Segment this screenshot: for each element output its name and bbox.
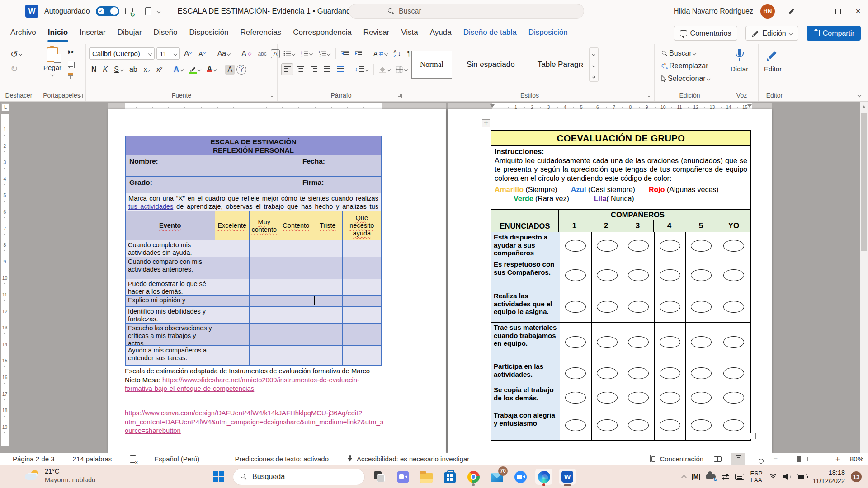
- word-app[interactable]: [558, 467, 576, 487]
- find-button[interactable]: Buscar: [659, 47, 698, 59]
- zoom-percentage[interactable]: 80%: [847, 455, 863, 463]
- rating-oval[interactable]: [691, 336, 712, 348]
- rating-oval[interactable]: [723, 392, 744, 404]
- onedrive-icon[interactable]: [706, 474, 716, 479]
- tab-archivo[interactable]: Archivo: [5, 22, 42, 44]
- vertical-scrollbar[interactable]: [860, 102, 868, 453]
- rating-oval[interactable]: [628, 269, 649, 281]
- rating-cell[interactable]: [655, 232, 686, 259]
- strikethrough-button[interactable]: ab: [127, 63, 140, 75]
- rating-cell[interactable]: [560, 361, 592, 385]
- draw-pen-icon[interactable]: [788, 8, 795, 15]
- wifi-icon[interactable]: [769, 474, 778, 480]
- mark-cell[interactable]: [313, 346, 342, 365]
- styles-more[interactable]: [590, 70, 598, 81]
- mark-cell[interactable]: [215, 324, 249, 345]
- maximize-button[interactable]: [828, 0, 848, 22]
- style-sin-espaciado[interactable]: Sin espaciado: [458, 51, 523, 79]
- rating-cell[interactable]: [623, 410, 655, 440]
- shading-button[interactable]: [377, 63, 392, 75]
- rating-cell[interactable]: [623, 291, 655, 322]
- rating-oval[interactable]: [723, 301, 744, 313]
- rating-oval[interactable]: [691, 367, 712, 379]
- escala-name-date-row[interactable]: Nombre:Fecha:: [126, 155, 381, 176]
- mark-cell[interactable]: [342, 240, 381, 257]
- rating-oval[interactable]: [723, 367, 744, 379]
- tab-insertar[interactable]: Insertar: [74, 22, 112, 44]
- mark-cell[interactable]: [313, 257, 342, 279]
- rating-oval[interactable]: [565, 419, 586, 431]
- rating-cell[interactable]: [623, 259, 655, 291]
- column-header-5[interactable]: Que necesito ayuda: [342, 211, 381, 240]
- underline-button[interactable]: S: [112, 63, 125, 75]
- close-button[interactable]: [848, 0, 868, 22]
- rating-oval[interactable]: [597, 269, 618, 281]
- rating-oval[interactable]: [597, 240, 618, 252]
- rating-oval[interactable]: [565, 392, 586, 404]
- mark-cell[interactable]: [313, 307, 342, 323]
- weather-widget[interactable]: 21°CMayorm. nublado: [25, 467, 95, 484]
- collapse-ribbon-icon[interactable]: [858, 94, 861, 97]
- bold-button[interactable]: N: [89, 63, 99, 75]
- styles-dialog-launcher[interactable]: [648, 94, 651, 98]
- file-explorer-app[interactable]: [417, 467, 435, 487]
- undo-button[interactable]: ↺: [8, 48, 24, 60]
- character-border-button[interactable]: 字: [236, 65, 246, 75]
- teams-app[interactable]: [394, 467, 412, 487]
- comments-button[interactable]: Comentarios: [674, 26, 738, 41]
- rating-cell[interactable]: [717, 259, 750, 291]
- rating-oval[interactable]: [628, 367, 649, 379]
- zoom-app[interactable]: [511, 467, 529, 487]
- font-dialog-launcher[interactable]: [271, 94, 274, 98]
- rating-cell[interactable]: [717, 291, 750, 322]
- phonetic-guide-button[interactable]: abc: [255, 47, 269, 60]
- read-mode-button[interactable]: [711, 453, 724, 465]
- language-indicator[interactable]: Español (Perú): [154, 455, 199, 463]
- start-button[interactable]: [209, 467, 227, 487]
- sort-button[interactable]: AZ↓: [392, 47, 403, 60]
- mark-cell[interactable]: [215, 307, 249, 323]
- paragraph-dialog-launcher[interactable]: [398, 94, 402, 98]
- mark-cell[interactable]: [279, 257, 313, 279]
- tab-referencias[interactable]: Referencias: [234, 22, 287, 44]
- zoom-in-button[interactable]: +: [835, 455, 840, 464]
- increase-indent-button[interactable]: [353, 47, 364, 60]
- rating-oval[interactable]: [660, 269, 680, 281]
- proofing-status[interactable]: [130, 455, 136, 463]
- rating-cell[interactable]: [655, 410, 686, 440]
- mark-cell[interactable]: [342, 307, 381, 323]
- new-document-icon[interactable]: [145, 7, 151, 15]
- rating-oval[interactable]: [660, 367, 680, 379]
- mark-cell[interactable]: [313, 296, 342, 306]
- rating-cell[interactable]: [655, 291, 686, 322]
- rating-oval[interactable]: [691, 392, 712, 404]
- rating-cell[interactable]: [592, 385, 623, 410]
- tab-revisar[interactable]: Revisar: [358, 22, 396, 44]
- highlight-button[interactable]: [187, 63, 203, 75]
- font-color-button[interactable]: A: [205, 63, 219, 75]
- tab-dibujar[interactable]: Dibujar: [112, 22, 148, 44]
- page-left[interactable]: ESCALA DE ESTIMACIÓNREFLEXIÓN PERSONALNo…: [108, 109, 446, 453]
- table-move-handle[interactable]: ✛: [482, 119, 490, 127]
- italic-button[interactable]: K: [101, 63, 110, 75]
- rating-cell[interactable]: [592, 291, 623, 322]
- rating-cell[interactable]: [717, 361, 750, 385]
- canva-link[interactable]: https://www.canva.com/design/DAFUenP4fW4…: [125, 409, 383, 434]
- mark-cell[interactable]: [279, 346, 313, 365]
- share-button[interactable]: Compartir: [807, 26, 861, 41]
- mark-cell[interactable]: [249, 324, 279, 345]
- tab-vista[interactable]: Vista: [395, 22, 424, 44]
- accessibility-status[interactable]: Accesibilidad: es necesario investigar: [347, 455, 469, 463]
- scroll-up-arrow[interactable]: [862, 105, 866, 108]
- tab-ayuda[interactable]: Ayuda: [424, 22, 458, 44]
- rating-oval[interactable]: [597, 367, 618, 379]
- paste-button[interactable]: Pegar: [43, 47, 61, 76]
- mark-cell[interactable]: [279, 240, 313, 257]
- rating-cell[interactable]: [592, 410, 623, 440]
- tray-expand-icon[interactable]: [682, 475, 687, 480]
- rating-cell[interactable]: [655, 323, 686, 361]
- indent-marker-left[interactable]: [490, 104, 495, 108]
- mark-cell[interactable]: [313, 324, 342, 345]
- rating-cell[interactable]: [655, 385, 686, 410]
- rating-cell[interactable]: [655, 361, 686, 385]
